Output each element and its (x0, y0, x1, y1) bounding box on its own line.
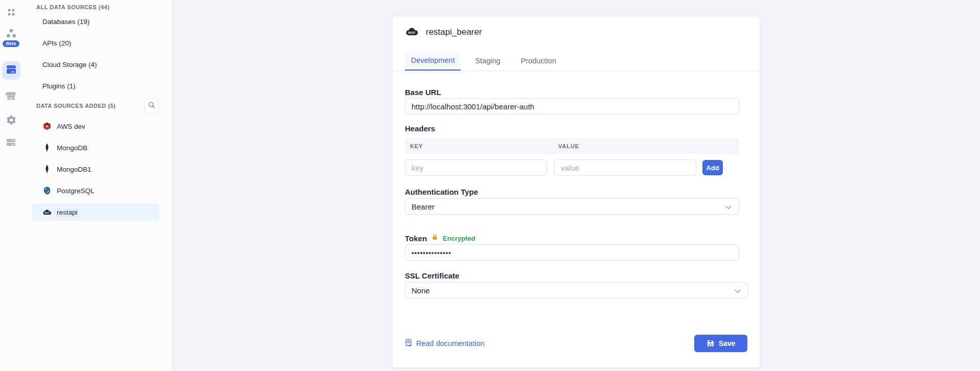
tab-production[interactable]: Production (515, 51, 562, 71)
category-label: Databases (19) (42, 18, 89, 26)
category-label: Cloud Storage (4) (42, 61, 97, 68)
datasource-item[interactable]: MongoDB (32, 139, 159, 156)
search-datasource-button[interactable] (144, 99, 159, 113)
value-column-header: VALUE (554, 143, 579, 149)
rail-item-marketplace[interactable] (5, 89, 17, 102)
rail-item-settings[interactable] (5, 114, 17, 126)
sidebar-item-plugins[interactable]: Plugins (1) (22, 75, 172, 97)
mongodb-icon (42, 165, 52, 174)
read-documentation-label: Read documentation (416, 339, 485, 347)
restapi-icon: REST (42, 207, 52, 217)
datasource-row-aws-dev: AWS dev (22, 115, 172, 137)
read-documentation-link[interactable]: Read documentation (405, 339, 485, 349)
token-label-row: Token Encrypted (405, 234, 747, 242)
rail-item-audit-logs[interactable] (5, 136, 17, 148)
datasource-item-selected[interactable]: REST restapi (32, 203, 159, 221)
datasource-item[interactable]: MongoDB1 (32, 160, 159, 178)
rail-item-workflows[interactable] (5, 27, 17, 39)
tab-staging[interactable]: Staging (469, 51, 506, 71)
datasource-label: MongoDB (57, 144, 87, 152)
data-sources-added-header: DATA SOURCES ADDED (5) (22, 98, 172, 113)
auth-type-value: Bearer (412, 202, 435, 211)
datasource-label: PostgreSQL (57, 187, 95, 195)
chevron-down-icon (725, 202, 732, 211)
datasource-label: AWS dev (57, 123, 85, 130)
datasource-form: Base URL Headers KEY VALUE Add Authentic… (393, 88, 760, 298)
all-data-sources-label: ALL DATA SOURCES (44) (36, 4, 172, 11)
rail-item-apps[interactable] (5, 6, 17, 18)
data-sources-added-label: DATA SOURCES ADDED (5) (36, 103, 116, 109)
key-column-header: KEY (405, 143, 554, 149)
save-label: Save (719, 339, 736, 347)
auth-type-label: Authentication Type (405, 188, 747, 196)
settings-gear-icon (6, 114, 17, 126)
lock-icon (431, 234, 438, 243)
tab-development[interactable]: Development (405, 51, 461, 71)
headers-input-row: Add (405, 159, 747, 176)
postgresql-icon (42, 186, 52, 195)
datasource-label: MongoDB1 (57, 166, 92, 173)
document-icon (405, 339, 413, 349)
datasource-row-restapi: REST restapi (22, 201, 172, 223)
datasource-item[interactable]: PostgreSQL (32, 182, 159, 199)
sidebar-item-databases[interactable]: Databases (19) (22, 11, 172, 32)
headers-table-head: KEY VALUE (405, 138, 739, 154)
rail-item-data-sources[interactable] (2, 61, 20, 80)
panel-header: REST restapi_bearer (405, 27, 747, 38)
environment-tabs: Development Staging Production (393, 51, 760, 71)
base-url-input[interactable] (405, 98, 739, 114)
chevron-down-icon (735, 286, 741, 295)
datasource-label: restapi (57, 208, 78, 216)
page-title: restapi_bearer (426, 27, 482, 37)
auth-type-select[interactable]: Bearer (405, 198, 739, 215)
token-input[interactable] (405, 244, 739, 261)
data-sources-icon (5, 63, 17, 78)
ssl-certificate-value: None (412, 286, 430, 295)
sidebar-item-cloud-storage[interactable]: Cloud Storage (4) (22, 54, 172, 75)
headers-label: Headers (405, 125, 747, 132)
header-key-input[interactable] (405, 159, 547, 176)
app-root: Beta (0, 0, 980, 371)
sidebar: ALL DATA SOURCES (44) Databases (19) API… (22, 0, 172, 371)
header-value-input[interactable] (554, 159, 696, 176)
svg-text:REST: REST (44, 212, 50, 214)
restapi-icon: REST (405, 27, 419, 38)
apps-grid-icon (6, 7, 17, 18)
datasource-row-mongodb1: MongoDB1 (22, 158, 172, 180)
category-label: Plugins (1) (42, 82, 76, 90)
mongodb-icon (42, 143, 52, 152)
token-label: Token (405, 235, 427, 242)
datasource-row-postgresql: PostgreSQL (22, 180, 172, 201)
encrypted-badge: Encrypted (443, 235, 475, 242)
save-button[interactable]: Save (694, 335, 747, 352)
datasource-row-mongodb: MongoDB (22, 137, 172, 158)
server-stack-icon (5, 136, 17, 148)
workflows-icon (5, 27, 17, 39)
marketplace-icon (5, 90, 17, 102)
added-datasource-list: AWS dev MongoDB (22, 115, 172, 223)
ssl-certificate-select[interactable]: None (405, 282, 748, 298)
search-icon (148, 101, 155, 110)
datasource-item[interactable]: AWS dev (32, 118, 159, 135)
save-icon (706, 339, 715, 347)
svg-text:REST: REST (408, 31, 416, 34)
icon-rail: Beta (0, 0, 22, 371)
panel-footer: Read documentation Save (405, 335, 747, 352)
category-label: APIs (20) (42, 39, 71, 47)
main-area: REST restapi_bearer Development Staging … (172, 0, 980, 371)
aws-icon (42, 122, 52, 131)
datasource-panel: REST restapi_bearer Development Staging … (392, 16, 760, 368)
add-header-button[interactable]: Add (702, 160, 723, 175)
beta-badge: Beta (3, 40, 19, 47)
sidebar-item-apis[interactable]: APIs (20) (22, 32, 172, 54)
base-url-label: Base URL (405, 88, 747, 96)
ssl-certificate-label: SSL Certificate (405, 272, 747, 280)
